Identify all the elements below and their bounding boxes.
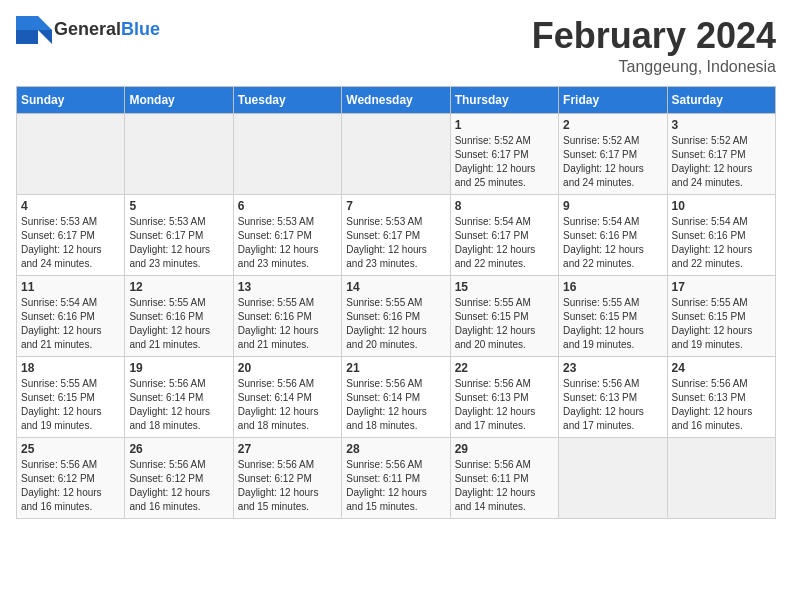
calendar-cell (559, 437, 667, 518)
day-detail: Sunrise: 5:52 AMSunset: 6:17 PMDaylight:… (563, 134, 662, 190)
day-number: 26 (129, 442, 228, 456)
weekday-monday: Monday (125, 86, 233, 113)
day-detail: Sunrise: 5:56 AMSunset: 6:12 PMDaylight:… (21, 458, 120, 514)
day-number: 15 (455, 280, 554, 294)
calendar-cell: 28Sunrise: 5:56 AMSunset: 6:11 PMDayligh… (342, 437, 450, 518)
day-number: 2 (563, 118, 662, 132)
calendar-cell: 10Sunrise: 5:54 AMSunset: 6:16 PMDayligh… (667, 194, 775, 275)
weekday-wednesday: Wednesday (342, 86, 450, 113)
calendar-cell: 4Sunrise: 5:53 AMSunset: 6:17 PMDaylight… (17, 194, 125, 275)
weekday-sunday: Sunday (17, 86, 125, 113)
day-number: 29 (455, 442, 554, 456)
day-detail: Sunrise: 5:54 AMSunset: 6:16 PMDaylight:… (672, 215, 771, 271)
week-row-2: 4Sunrise: 5:53 AMSunset: 6:17 PMDaylight… (17, 194, 776, 275)
day-number: 18 (21, 361, 120, 375)
logo-blue: Blue (121, 19, 160, 39)
day-detail: Sunrise: 5:55 AMSunset: 6:16 PMDaylight:… (346, 296, 445, 352)
day-number: 6 (238, 199, 337, 213)
weekday-header-row: SundayMondayTuesdayWednesdayThursdayFrid… (17, 86, 776, 113)
day-detail: Sunrise: 5:56 AMSunset: 6:13 PMDaylight:… (672, 377, 771, 433)
day-number: 16 (563, 280, 662, 294)
calendar-cell: 19Sunrise: 5:56 AMSunset: 6:14 PMDayligh… (125, 356, 233, 437)
week-row-3: 11Sunrise: 5:54 AMSunset: 6:16 PMDayligh… (17, 275, 776, 356)
calendar-cell: 3Sunrise: 5:52 AMSunset: 6:17 PMDaylight… (667, 113, 775, 194)
calendar-cell (342, 113, 450, 194)
calendar-cell: 6Sunrise: 5:53 AMSunset: 6:17 PMDaylight… (233, 194, 341, 275)
day-detail: Sunrise: 5:54 AMSunset: 6:16 PMDaylight:… (21, 296, 120, 352)
day-detail: Sunrise: 5:55 AMSunset: 6:15 PMDaylight:… (21, 377, 120, 433)
day-number: 8 (455, 199, 554, 213)
day-detail: Sunrise: 5:56 AMSunset: 6:12 PMDaylight:… (238, 458, 337, 514)
calendar-cell: 23Sunrise: 5:56 AMSunset: 6:13 PMDayligh… (559, 356, 667, 437)
calendar-cell: 21Sunrise: 5:56 AMSunset: 6:14 PMDayligh… (342, 356, 450, 437)
day-number: 4 (21, 199, 120, 213)
day-detail: Sunrise: 5:52 AMSunset: 6:17 PMDaylight:… (672, 134, 771, 190)
day-number: 3 (672, 118, 771, 132)
logo-icon (16, 16, 52, 44)
weekday-tuesday: Tuesday (233, 86, 341, 113)
svg-marker-1 (38, 16, 52, 30)
calendar-cell: 9Sunrise: 5:54 AMSunset: 6:16 PMDaylight… (559, 194, 667, 275)
day-detail: Sunrise: 5:53 AMSunset: 6:17 PMDaylight:… (238, 215, 337, 271)
calendar-cell (667, 437, 775, 518)
day-number: 10 (672, 199, 771, 213)
svg-marker-3 (38, 30, 52, 44)
calendar-cell: 27Sunrise: 5:56 AMSunset: 6:12 PMDayligh… (233, 437, 341, 518)
day-number: 13 (238, 280, 337, 294)
day-detail: Sunrise: 5:54 AMSunset: 6:17 PMDaylight:… (455, 215, 554, 271)
day-detail: Sunrise: 5:55 AMSunset: 6:15 PMDaylight:… (563, 296, 662, 352)
calendar-cell: 17Sunrise: 5:55 AMSunset: 6:15 PMDayligh… (667, 275, 775, 356)
day-detail: Sunrise: 5:52 AMSunset: 6:17 PMDaylight:… (455, 134, 554, 190)
calendar-cell: 2Sunrise: 5:52 AMSunset: 6:17 PMDaylight… (559, 113, 667, 194)
week-row-4: 18Sunrise: 5:55 AMSunset: 6:15 PMDayligh… (17, 356, 776, 437)
svg-rect-0 (16, 16, 38, 30)
day-number: 22 (455, 361, 554, 375)
calendar-cell: 25Sunrise: 5:56 AMSunset: 6:12 PMDayligh… (17, 437, 125, 518)
day-detail: Sunrise: 5:56 AMSunset: 6:12 PMDaylight:… (129, 458, 228, 514)
calendar-cell: 26Sunrise: 5:56 AMSunset: 6:12 PMDayligh… (125, 437, 233, 518)
calendar-title: February 2024 (532, 16, 776, 56)
calendar-cell: 8Sunrise: 5:54 AMSunset: 6:17 PMDaylight… (450, 194, 558, 275)
day-detail: Sunrise: 5:56 AMSunset: 6:13 PMDaylight:… (563, 377, 662, 433)
calendar-cell (125, 113, 233, 194)
day-number: 20 (238, 361, 337, 375)
calendar-cell: 7Sunrise: 5:53 AMSunset: 6:17 PMDaylight… (342, 194, 450, 275)
day-detail: Sunrise: 5:56 AMSunset: 6:14 PMDaylight:… (238, 377, 337, 433)
day-number: 27 (238, 442, 337, 456)
calendar-cell: 22Sunrise: 5:56 AMSunset: 6:13 PMDayligh… (450, 356, 558, 437)
day-detail: Sunrise: 5:53 AMSunset: 6:17 PMDaylight:… (346, 215, 445, 271)
day-number: 28 (346, 442, 445, 456)
week-row-5: 25Sunrise: 5:56 AMSunset: 6:12 PMDayligh… (17, 437, 776, 518)
day-detail: Sunrise: 5:56 AMSunset: 6:14 PMDaylight:… (346, 377, 445, 433)
day-number: 24 (672, 361, 771, 375)
day-detail: Sunrise: 5:54 AMSunset: 6:16 PMDaylight:… (563, 215, 662, 271)
calendar-cell: 13Sunrise: 5:55 AMSunset: 6:16 PMDayligh… (233, 275, 341, 356)
calendar-cell: 5Sunrise: 5:53 AMSunset: 6:17 PMDaylight… (125, 194, 233, 275)
day-detail: Sunrise: 5:55 AMSunset: 6:16 PMDaylight:… (129, 296, 228, 352)
day-detail: Sunrise: 5:53 AMSunset: 6:17 PMDaylight:… (21, 215, 120, 271)
logo: GeneralBlue (16, 16, 160, 44)
day-detail: Sunrise: 5:55 AMSunset: 6:16 PMDaylight:… (238, 296, 337, 352)
title-block: February 2024 Tanggeung, Indonesia (532, 16, 776, 76)
svg-rect-2 (16, 30, 38, 44)
day-detail: Sunrise: 5:56 AMSunset: 6:14 PMDaylight:… (129, 377, 228, 433)
day-number: 19 (129, 361, 228, 375)
week-row-1: 1Sunrise: 5:52 AMSunset: 6:17 PMDaylight… (17, 113, 776, 194)
page-header: GeneralBlue February 2024 Tanggeung, Ind… (16, 16, 776, 76)
day-detail: Sunrise: 5:56 AMSunset: 6:13 PMDaylight:… (455, 377, 554, 433)
weekday-friday: Friday (559, 86, 667, 113)
day-number: 14 (346, 280, 445, 294)
calendar-cell (17, 113, 125, 194)
day-detail: Sunrise: 5:56 AMSunset: 6:11 PMDaylight:… (455, 458, 554, 514)
calendar-cell: 14Sunrise: 5:55 AMSunset: 6:16 PMDayligh… (342, 275, 450, 356)
calendar-cell: 16Sunrise: 5:55 AMSunset: 6:15 PMDayligh… (559, 275, 667, 356)
calendar-cell: 12Sunrise: 5:55 AMSunset: 6:16 PMDayligh… (125, 275, 233, 356)
day-number: 11 (21, 280, 120, 294)
calendar-table: SundayMondayTuesdayWednesdayThursdayFrid… (16, 86, 776, 519)
calendar-cell: 11Sunrise: 5:54 AMSunset: 6:16 PMDayligh… (17, 275, 125, 356)
calendar-cell: 24Sunrise: 5:56 AMSunset: 6:13 PMDayligh… (667, 356, 775, 437)
calendar-cell (233, 113, 341, 194)
day-number: 1 (455, 118, 554, 132)
day-number: 5 (129, 199, 228, 213)
day-number: 9 (563, 199, 662, 213)
